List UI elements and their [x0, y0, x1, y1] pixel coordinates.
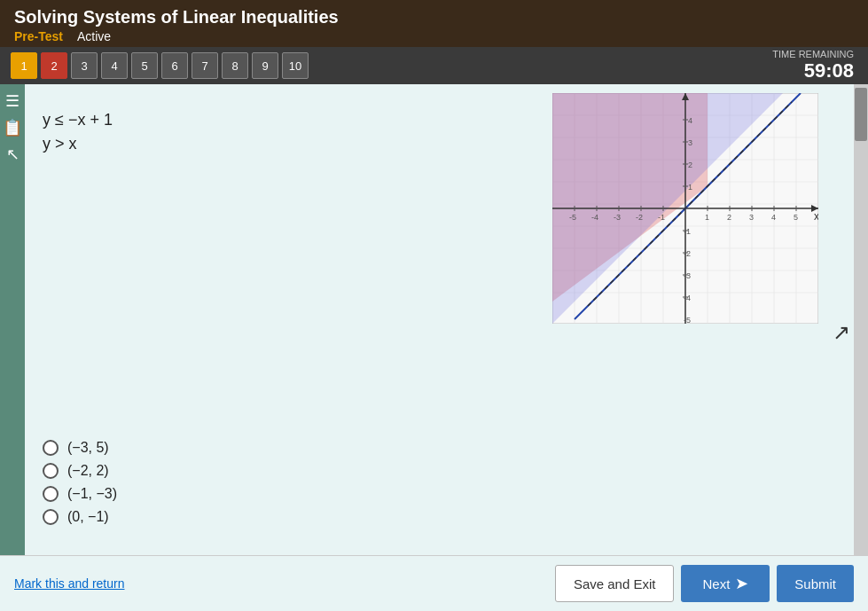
- svg-text:-1: -1: [684, 227, 691, 236]
- svg-text:-5: -5: [684, 316, 691, 324]
- question-btn-3[interactable]: 3: [71, 52, 98, 79]
- main-content: ☰ 📋 ↖ y ≤ −x + 1 y > x: [0, 84, 868, 555]
- footer: Mark this and return Save and Exit Next …: [0, 555, 868, 611]
- question-nav-bar: 1 2 3 4 5 6 7 8 9 10 TIME REMAINING 59:0…: [0, 47, 868, 84]
- submit-button[interactable]: Submit: [777, 565, 854, 602]
- svg-text:-4: -4: [591, 213, 598, 222]
- arrow-icon[interactable]: ↖: [6, 145, 20, 164]
- svg-text:-5: -5: [569, 213, 576, 222]
- time-remaining-container: TIME REMAINING 59:08: [772, 49, 854, 82]
- question-btn-7[interactable]: 7: [192, 52, 218, 79]
- page-title: Solving Systems of Linear Inequalities: [14, 7, 854, 27]
- menu-icon[interactable]: ☰: [5, 91, 20, 111]
- header: Solving Systems of Linear Inequalities P…: [0, 0, 868, 47]
- save-exit-button[interactable]: Save and Exit: [555, 565, 675, 602]
- svg-text:1: 1: [688, 183, 692, 192]
- radio-btn-3[interactable]: [43, 486, 59, 502]
- question-btn-6[interactable]: 6: [161, 52, 188, 79]
- svg-text:-1: -1: [658, 213, 665, 222]
- svg-text:-3: -3: [684, 271, 691, 280]
- radio-btn-2[interactable]: [43, 463, 59, 479]
- choice-item-4[interactable]: (0, −1): [43, 509, 840, 525]
- svg-text:3: 3: [749, 213, 754, 222]
- radio-btn-1[interactable]: [43, 440, 59, 456]
- active-label: Active: [77, 29, 111, 43]
- choice-label-4: (0, −1): [67, 509, 109, 525]
- choice-label-3: (−1, −3): [67, 486, 117, 502]
- question-btn-1[interactable]: 1: [11, 52, 37, 79]
- time-remaining-label: TIME REMAINING: [772, 49, 854, 59]
- svg-text:2: 2: [727, 213, 731, 222]
- graph-container: x -5 -4 -3 -2 -1 1 2 3 4 5 4 3 2 1 -1 -2…: [552, 93, 818, 324]
- svg-text:4: 4: [688, 116, 692, 125]
- choice-item-3[interactable]: (−1, −3): [43, 486, 840, 502]
- svg-text:2: 2: [688, 161, 692, 169]
- scroll-thumb[interactable]: [855, 88, 867, 141]
- next-button[interactable]: Next ➤: [681, 565, 770, 602]
- svg-text:-3: -3: [614, 213, 621, 222]
- radio-btn-4[interactable]: [43, 509, 59, 525]
- time-remaining-value: 59:08: [772, 59, 854, 82]
- header-subtitle: Pre-Test Active: [14, 29, 854, 43]
- next-arrow-icon: ➤: [735, 574, 748, 593]
- svg-text:-4: -4: [684, 294, 691, 302]
- inequality-graph: x -5 -4 -3 -2 -1 1 2 3 4 5 4 3 2 1 -1 -2…: [552, 93, 818, 324]
- choice-label-1: (−3, 5): [67, 440, 109, 456]
- choice-item-2[interactable]: (−2, 2): [43, 463, 840, 479]
- pretest-label: Pre-Test: [14, 29, 63, 43]
- svg-text:5: 5: [794, 213, 798, 222]
- notepad-icon[interactable]: 📋: [3, 118, 22, 137]
- choice-item-1[interactable]: (−3, 5): [43, 440, 840, 456]
- question-btn-5[interactable]: 5: [131, 52, 158, 79]
- question-btn-4[interactable]: 4: [101, 52, 128, 79]
- x-axis-label: x: [814, 210, 818, 223]
- question-btn-2[interactable]: 2: [41, 52, 67, 79]
- content-area: y ≤ −x + 1 y > x: [25, 84, 854, 555]
- svg-text:4: 4: [771, 213, 776, 222]
- svg-text:1: 1: [705, 213, 709, 222]
- left-accent-bar: ☰ 📋 ↖: [0, 84, 25, 555]
- question-btn-9[interactable]: 9: [252, 52, 278, 79]
- question-btn-8[interactable]: 8: [222, 52, 248, 79]
- svg-text:-2: -2: [636, 213, 643, 222]
- footer-buttons: Save and Exit Next ➤ Submit: [555, 565, 854, 602]
- next-label: Next: [702, 576, 730, 591]
- cursor-hint: ↗: [833, 320, 850, 345]
- question-btn-10[interactable]: 10: [282, 52, 309, 79]
- svg-text:3: 3: [688, 138, 692, 147]
- scrollbar[interactable]: [854, 84, 868, 555]
- svg-text:-2: -2: [684, 249, 691, 258]
- mark-return-button[interactable]: Mark this and return: [14, 576, 125, 591]
- choice-label-2: (−2, 2): [67, 463, 109, 479]
